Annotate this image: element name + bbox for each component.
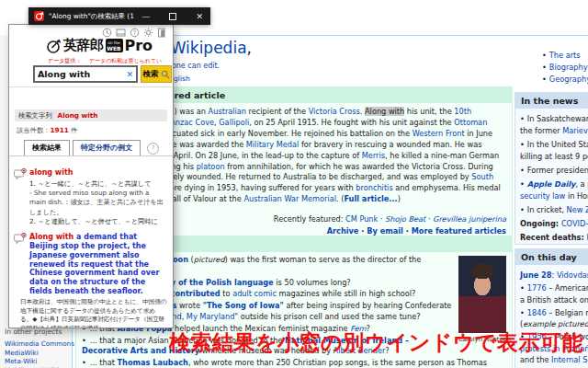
- text-line: •Geography: [542, 74, 588, 86]
- text-link[interactable]: Meta-Wiki: [5, 357, 37, 365]
- text-link[interactable]: Geography: [549, 75, 588, 84]
- screenshot: Welcome to Wikipedia, the free encyclope…: [0, 0, 588, 368]
- search-input[interactable]: Along with ✕: [33, 65, 138, 83]
- text-link[interactable]: Western Front: [413, 129, 465, 138]
- text-span: wrote: [176, 301, 202, 310]
- text-link[interactable]: Marieval Indian Residential School: [562, 126, 588, 135]
- text-line: Recent deaths: Mir Hazar Khan Khoso · To…: [520, 232, 588, 244]
- otd-header: On this day: [515, 249, 588, 265]
- text-link[interactable]: Gallipoli: [219, 118, 249, 127]
- text-link[interactable]: 1846: [527, 308, 547, 317]
- text-link[interactable]: Grevillea juniperina: [433, 214, 506, 224]
- logo-name: 英辞郎: [63, 37, 104, 54]
- text-span: Recently featured:: [274, 214, 345, 224]
- bullet: •: [542, 63, 547, 72]
- text-link[interactable]: adult comic: [232, 289, 277, 298]
- text-line: •In Saskatchewan, Canada, 751 unmarked g…: [520, 113, 588, 125]
- add-word-icon[interactable]: [14, 233, 27, 245]
- text-link[interactable]: More featured articles: [412, 226, 506, 236]
- results-list: along with 1. ～と一緒に、～と共に、～と共謀して- She ser…: [9, 163, 173, 328]
- text-line: the former Marieval Indian Residential S…: [520, 125, 588, 137]
- tab-search-results[interactable]: 検索結果: [24, 140, 70, 155]
- text-link[interactable]: security law: [520, 191, 565, 201]
- text-line: Wikimedia Commons: [5, 339, 81, 349]
- text-link[interactable]: Anzac Cove: [170, 118, 214, 127]
- text-span: a demand that Beijing stop the project, …: [29, 233, 159, 295]
- text-link[interactable]: platoon: [197, 162, 225, 171]
- carolyn-huntoon-photo[interactable]: [458, 256, 506, 333]
- result-entry: Along with a demand that Beijing stop th…: [13, 233, 167, 328]
- text-span: ): [398, 194, 401, 203]
- text-link[interactable]: Victoria Cross: [309, 107, 360, 116]
- bullet: •: [520, 166, 525, 175]
- clear-search-icon[interactable]: ✕: [126, 70, 133, 79]
- text-link[interactable]: CM Punk: [345, 214, 378, 224]
- text-span: , a pro-democracy newspaper, closes foll…: [575, 179, 588, 189]
- text-link[interactable]: COVID-19 pandemic: [561, 219, 588, 228]
- text-link[interactable]: Thomas Laubach: [117, 358, 187, 367]
- text-link[interactable]: Vidovdan: [557, 270, 588, 280]
- text-link[interactable]: MediaWiki: [5, 349, 39, 357]
- eijiro-logo: 英辞郎 on the WEB Pro: [46, 37, 153, 54]
- overlay-caption: 検索結果を小窓の別ウインドウで表示可能: [169, 328, 583, 357]
- featured-article-footer-links: Archive · By email · More featured artic…: [327, 226, 506, 236]
- search-value[interactable]: Along with: [38, 69, 126, 79]
- text-span: killing at least 9 people.: [520, 152, 588, 161]
- logo-web: WEB: [107, 45, 120, 52]
- text-span: before dying in 1953, having suffered fo…: [155, 183, 356, 192]
- window-titlebar[interactable]: "Along with"の検索結果 (1911 件) : ... — ✕: [28, 7, 210, 25]
- text-span: ... that: [90, 358, 118, 367]
- text-link[interactable]: Australian: [209, 107, 246, 116]
- logout-icon[interactable]: [157, 28, 167, 38]
- text-link[interactable]: Full article...: [344, 194, 397, 203]
- text-line: Meta-Wiki: [5, 357, 81, 366]
- text-link[interactable]: "The Song of Iowa": [203, 301, 284, 310]
- text-line: •The arts: [542, 50, 588, 62]
- text-span: is 50 volumes long?: [274, 278, 351, 287]
- add-word-icon[interactable]: [14, 168, 27, 180]
- text-link[interactable]: June 28: [520, 270, 552, 280]
- result-title[interactable]: Along with a demand that Beijing stop th…: [29, 233, 167, 296]
- tab-help-icon[interactable]: ?: [147, 143, 159, 155]
- text-line: Ongoing: COVID-19 pandemic: [520, 218, 588, 230]
- search-button-label: 検索: [143, 69, 159, 80]
- text-span: in April. On 28 June, in the lead-up to …: [162, 151, 362, 160]
- logo-pro: Pro: [125, 37, 153, 54]
- text-line: Bamford: [520, 244, 588, 245]
- text-span: Former president of the Philippines: [527, 166, 588, 175]
- text-link[interactable]: Apple Daily: [527, 179, 576, 189]
- tab-field-examples[interactable]: 特定分野の例文: [73, 140, 141, 155]
- text-link[interactable]: Australian War Memorial: [243, 194, 336, 203]
- result-title[interactable]: along with: [29, 168, 167, 178]
- search-button[interactable]: 検索: [141, 65, 172, 83]
- text-link[interactable]: The arts: [549, 51, 581, 60]
- logo-web-badge: on the WEB: [106, 39, 123, 52]
- text-span: ·: [403, 226, 412, 236]
- text-span: In cricket,: [527, 205, 567, 214]
- text-link[interactable]: bronchitis: [356, 183, 392, 192]
- text-link[interactable]: By email: [367, 226, 403, 236]
- text-link[interactable]: Military Medal: [246, 140, 300, 149]
- text-link[interactable]: New Zealand: [567, 205, 588, 214]
- text-link[interactable]: Wikimedia Commons: [5, 339, 74, 348]
- bullet: •: [520, 140, 525, 149]
- bullet: •: [542, 75, 547, 84]
- text-link[interactable]: Merris: [362, 151, 385, 160]
- text-link[interactable]: 1776: [527, 283, 547, 293]
- close-button[interactable]: ✕: [196, 12, 203, 21]
- text-span: ·: [358, 226, 367, 236]
- maximize-button[interactable]: [169, 13, 176, 20]
- text-link[interactable]: Archive: [327, 226, 359, 236]
- text-link[interactable]: Wikipedia: [171, 39, 247, 57]
- text-line: killing at least 9 people.: [520, 151, 588, 163]
- text-span: recipient of the: [246, 107, 309, 116]
- minimize-button[interactable]: —: [141, 12, 150, 21]
- text-link[interactable]: contributed: [171, 289, 220, 298]
- text-link[interactable]: Shojo Beat: [385, 214, 425, 224]
- text-span: ) was the first woman to serve as the di…: [225, 255, 422, 264]
- definition-line: 2. ～と連動して、～と併せて、～と同時に: [29, 217, 167, 226]
- text-link[interactable]: Biography: [549, 63, 588, 72]
- text-line: MediaWiki: [5, 349, 81, 358]
- window-title: "Along with"の検索結果 (1911 件) : ...: [49, 12, 134, 21]
- wiki-portal-links: •The arts•Biography•Geography: [537, 45, 588, 86]
